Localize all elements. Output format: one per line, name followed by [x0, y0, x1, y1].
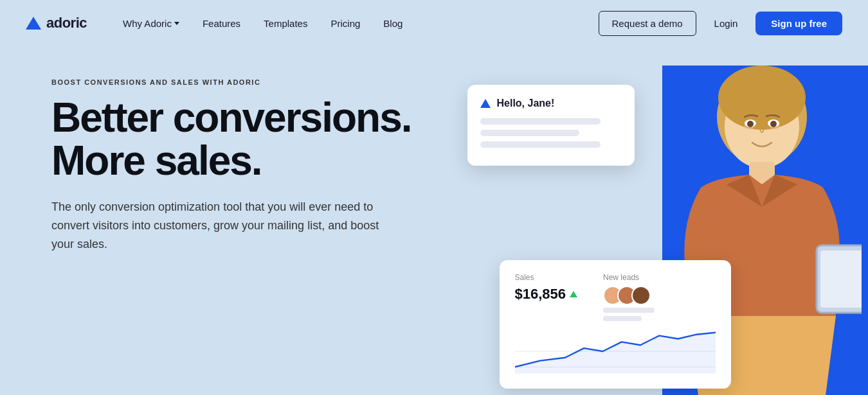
hero-left: BOOST CONVERSIONS AND SALES WITH ADORIC …	[51, 66, 487, 254]
logo[interactable]: adoric	[26, 15, 87, 31]
leads-skeleton	[603, 308, 655, 321]
up-arrow-icon	[570, 291, 577, 297]
chevron-down-icon	[174, 22, 179, 25]
leads-skeleton-line-1	[603, 308, 655, 313]
avatar-3	[631, 286, 651, 305]
leads-label: New leads	[603, 273, 655, 282]
nav-why-adoric[interactable]: Why Adoric	[113, 13, 190, 34]
hello-popup-card: Hello, Jane!	[467, 85, 635, 166]
svg-marker-14	[515, 333, 716, 373]
hero-section: BOOST CONVERSIONS AND SALES WITH ADORIC …	[0, 46, 868, 395]
svg-point-2	[718, 66, 806, 130]
chart-svg	[515, 329, 716, 374]
svg-rect-5	[820, 250, 862, 308]
hero-subtitle: The only conversion optimization tool th…	[51, 198, 386, 253]
nav-pricing[interactable]: Pricing	[320, 13, 370, 34]
leads-stat: New leads	[603, 273, 655, 321]
request-demo-button[interactable]: Request a demo	[599, 11, 696, 36]
hero-title: Better conversions. More sales.	[51, 96, 487, 182]
logo-triangle-icon	[26, 17, 41, 30]
nav-right: Request a demo Login Sign up free	[599, 11, 842, 36]
stats-card: Sales $16,856 New leads	[500, 260, 731, 389]
nav-links: Why Adoric Features Templates Pricing Bl…	[113, 13, 599, 34]
popup-logo-icon	[480, 99, 491, 108]
nav-features[interactable]: Features	[192, 13, 251, 34]
hero-right: Hello, Jane! Sales $16,856 New leads	[487, 66, 843, 395]
svg-point-11	[770, 121, 777, 127]
popup-skeleton-line-3	[480, 141, 601, 148]
login-button[interactable]: Login	[701, 12, 751, 35]
nav-blog[interactable]: Blog	[373, 13, 413, 34]
sales-stat: Sales $16,856	[515, 273, 578, 321]
stats-row: Sales $16,856 New leads	[515, 273, 716, 321]
svg-point-9	[747, 121, 754, 127]
avatar-group	[603, 286, 655, 305]
signup-button[interactable]: Sign up free	[755, 12, 842, 35]
chart-area	[515, 329, 716, 374]
popup-header: Hello, Jane!	[480, 98, 622, 109]
popup-greeting: Hello, Jane!	[497, 98, 555, 109]
sales-value: $16,856	[515, 286, 578, 303]
popup-skeleton-line-2	[480, 130, 579, 136]
leads-skeleton-line-2	[603, 316, 642, 321]
navbar: adoric Why Adoric Features Templates Pri…	[0, 0, 868, 46]
nav-templates[interactable]: Templates	[253, 13, 318, 34]
hero-eyebrow: BOOST CONVERSIONS AND SALES WITH ADORIC	[51, 78, 487, 86]
brand-name: adoric	[46, 15, 87, 31]
sales-label: Sales	[515, 273, 578, 282]
popup-skeleton-line-1	[480, 118, 601, 125]
